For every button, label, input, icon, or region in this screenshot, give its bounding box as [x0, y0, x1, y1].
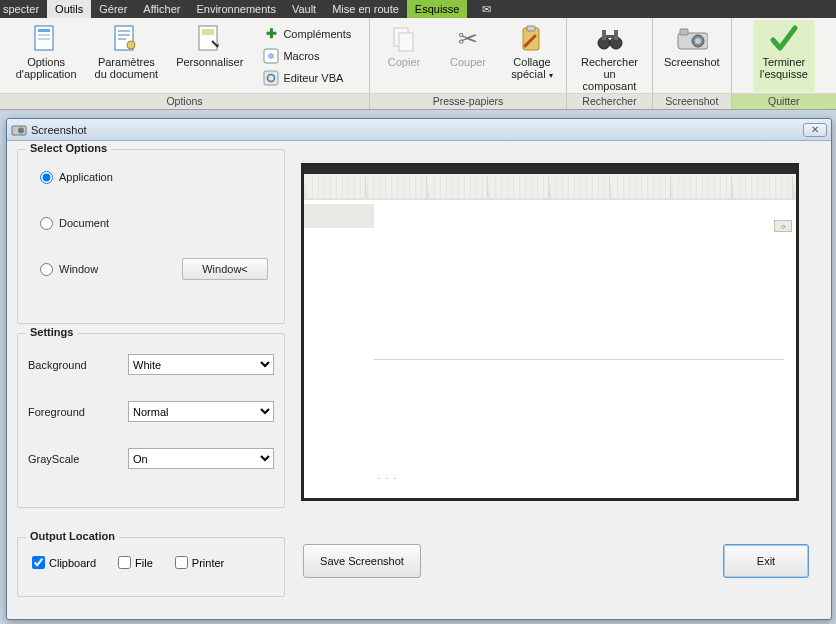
customize-button[interactable]: Personnaliser — [169, 20, 250, 92]
customize-label: Personnaliser — [176, 56, 243, 68]
cb-item-printer: Printer — [175, 556, 224, 569]
screenshot-button[interactable]: Screenshot — [657, 20, 727, 92]
menu-mise-en-route[interactable]: Mise en route — [324, 0, 407, 18]
menu-vault[interactable]: Vault — [284, 0, 324, 18]
grayscale-select[interactable]: On — [128, 448, 274, 469]
radio-row-application: Application — [40, 168, 274, 186]
group-search-label: Rechercher — [567, 93, 652, 109]
radio-window[interactable] — [40, 263, 53, 276]
printer-label: Printer — [192, 557, 224, 569]
select-options-legend: Select Options — [26, 142, 111, 154]
svg-rect-21 — [602, 30, 606, 40]
radio-application-label: Application — [59, 171, 113, 183]
ribbon-group-screenshot: Screenshot Screenshot — [653, 18, 732, 109]
copy-button[interactable]: Copier — [374, 20, 434, 92]
vba-icon — [263, 70, 279, 86]
find-label-1: Rechercher — [581, 56, 638, 68]
svg-rect-1 — [38, 29, 50, 32]
svg-rect-3 — [38, 38, 50, 40]
group-screenshot-label: Screenshot — [653, 93, 731, 109]
copy-label: Copier — [388, 56, 420, 68]
svg-rect-25 — [680, 29, 688, 35]
camera-icon — [676, 23, 708, 55]
app-options-icon — [30, 23, 62, 55]
vba-item[interactable]: Editeur VBA — [258, 67, 356, 89]
group-options-label: Options — [0, 93, 369, 109]
svg-rect-18 — [527, 26, 535, 31]
cb-item-file: File — [118, 556, 153, 569]
radio-row-document: Document — [40, 214, 274, 232]
checkbox-clipboard[interactable] — [32, 556, 45, 569]
macros-label: Macros — [283, 50, 319, 62]
clipboard-label: Clipboard — [49, 557, 96, 569]
menubar: specter Outils Gérer Afficher Environnem… — [0, 0, 836, 18]
scissors-icon: ✂ — [452, 23, 484, 55]
radio-row-window: Window Window< — [40, 260, 274, 278]
menu-gerer[interactable]: Gérer — [91, 0, 135, 18]
output-legend: Output Location — [26, 530, 119, 542]
clipboard-icon — [516, 23, 548, 55]
doc-params-icon — [110, 23, 142, 55]
radio-document-label: Document — [59, 217, 109, 229]
radio-document[interactable] — [40, 217, 53, 230]
svg-rect-22 — [614, 30, 618, 40]
mail-icon[interactable]: ✉ — [477, 2, 495, 16]
find-component-button[interactable]: Rechercherun composant — [571, 20, 648, 92]
settings-group: Settings Background White Foreground Nor… — [17, 333, 285, 508]
binoculars-icon — [594, 23, 626, 55]
addins-item[interactable]: ✚ Compléments — [258, 23, 356, 45]
svg-rect-10 — [202, 29, 214, 35]
window-pick-button[interactable]: Window< — [182, 258, 268, 280]
foreground-select[interactable]: Normal — [128, 401, 274, 422]
finish-label-2: l'esquisse — [760, 68, 808, 80]
file-label: File — [135, 557, 153, 569]
select-options-group: Select Options Application Document Wind… — [17, 149, 285, 324]
menu-afficher[interactable]: Afficher — [135, 0, 188, 18]
svg-point-12 — [268, 53, 274, 59]
app-options-button[interactable]: Optionsd'application — [9, 20, 84, 92]
app-options-label-1: Options — [27, 56, 65, 68]
paste-special-button[interactable]: Collagespécial ▾ — [502, 20, 562, 92]
background-select[interactable]: White — [128, 354, 274, 375]
radio-window-label: Window — [59, 263, 98, 275]
doc-params-label-2: du document — [95, 68, 159, 80]
checkbox-file[interactable] — [118, 556, 131, 569]
checkbox-printer[interactable] — [175, 556, 188, 569]
cut-button[interactable]: ✂ Couper — [438, 20, 498, 92]
find-label-2: un composant — [583, 68, 637, 92]
group-quit-label: Quitter — [732, 93, 836, 109]
paste-label-1: Collage — [513, 56, 550, 68]
svg-rect-7 — [118, 38, 126, 40]
exit-button[interactable]: Exit — [723, 544, 809, 578]
save-screenshot-button[interactable]: Save Screenshot — [303, 544, 421, 578]
dialog-titlebar[interactable]: Screenshot ✕ — [7, 119, 831, 141]
background-label: Background — [28, 359, 120, 371]
customize-icon — [194, 23, 226, 55]
app-options-label-2: d'application — [16, 68, 77, 80]
dialog-close-button[interactable]: ✕ — [803, 123, 827, 137]
macros-item[interactable]: Macros — [258, 45, 356, 67]
svg-rect-2 — [38, 34, 50, 36]
menu-esquisse[interactable]: Esquisse — [407, 0, 468, 18]
finish-label-1: Terminer — [762, 56, 805, 68]
ribbon-group-clipboard: Copier ✂ Couper Collagespécial ▾ Presse-… — [370, 18, 567, 109]
ribbon-group-search: Rechercherun composant Rechercher — [567, 18, 653, 109]
plus-icon: ✚ — [263, 26, 279, 42]
finish-sketch-button[interactable]: Terminerl'esquisse — [753, 20, 815, 92]
ribbon-group-quit: Terminerl'esquisse Quitter — [732, 18, 836, 109]
radio-application[interactable] — [40, 171, 53, 184]
screenshot-dialog: Screenshot ✕ Select Options Application … — [6, 118, 832, 620]
foreground-label: Foreground — [28, 406, 120, 418]
svg-rect-23 — [606, 35, 614, 38]
addins-label: Compléments — [283, 28, 351, 40]
doc-params-button[interactable]: Paramètresdu document — [88, 20, 166, 92]
menu-environnements[interactable]: Environnements — [188, 0, 284, 18]
checkmark-icon — [768, 23, 800, 55]
vba-label: Editeur VBA — [283, 72, 343, 84]
menu-outils[interactable]: Outils — [47, 0, 91, 18]
doc-params-label-1: Paramètres — [98, 56, 155, 68]
menu-inspecter[interactable]: specter — [0, 0, 47, 18]
ribbon-group-options: Optionsd'application Paramètresdu docume… — [0, 18, 370, 109]
screenshot-label: Screenshot — [664, 56, 720, 68]
svg-rect-13 — [264, 71, 278, 85]
